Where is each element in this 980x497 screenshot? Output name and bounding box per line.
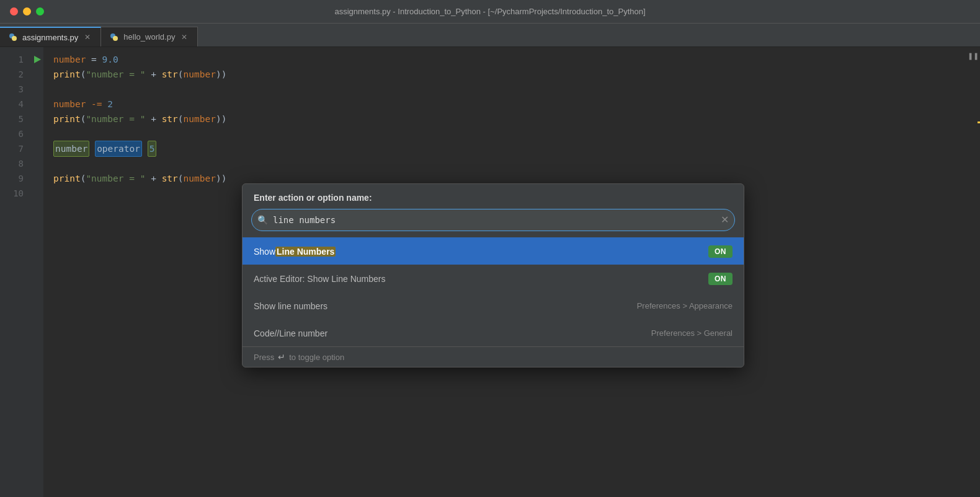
action-popup[interactable]: Enter action or option name: 🔍 ✕ Show Li…	[242, 183, 744, 367]
footer-press-text: Press	[254, 353, 274, 362]
tab-hello-world[interactable]: hello_world.py ✕	[101, 27, 198, 46]
tab-assignments[interactable]: assignments.py ✕	[0, 27, 101, 46]
code-line-7: number operator 5	[53, 141, 960, 156]
action-search-input[interactable]	[251, 209, 735, 231]
search-icon: 🔍	[257, 215, 268, 225]
close-button[interactable]	[10, 7, 18, 15]
run-gutter	[31, 47, 43, 497]
code-line-6	[53, 126, 960, 141]
tab-assignments-label: assignments.py	[22, 33, 78, 42]
python-file-icon	[9, 33, 17, 42]
run-icon[interactable]	[32, 55, 42, 64]
code-line-1: number = 9.0	[53, 52, 960, 67]
line-num-9: 9	[0, 171, 31, 186]
scroll-marker	[978, 121, 980, 123]
popup-footer: Press ↵ to toggle option	[243, 346, 744, 367]
code-line-3	[53, 82, 960, 97]
tab-hello-world-label: hello_world.py	[123, 32, 175, 42]
tab-hello-world-close[interactable]: ✕	[180, 32, 189, 43]
popup-header: Enter action or option name:	[243, 184, 744, 209]
line-num-5: 5	[0, 112, 31, 126]
code-line-5: print("number = " + str(number))	[53, 112, 960, 126]
code-line-2: print("number = " + str(number))	[53, 67, 960, 82]
line-num-4: 4	[0, 97, 31, 112]
footer-suffix-text: to toggle option	[289, 353, 344, 362]
line-num-6: 6	[0, 126, 31, 141]
enter-icon: ↵	[278, 352, 285, 362]
result-badge-1: ON	[708, 245, 733, 258]
result-label-3: Show line numbers	[254, 301, 637, 311]
line-num-10: 10	[0, 186, 31, 201]
svg-point-1	[12, 36, 17, 41]
result-highlight-1: Line Numbers	[275, 247, 336, 257]
python-file-icon-2	[110, 33, 118, 42]
titlebar: assignments.py - Introduction_to_Python …	[0, 0, 980, 24]
result-path-3: Preferences > Appearance	[637, 301, 733, 310]
result-label-4: Code//Line number	[254, 328, 651, 338]
result-label-1: Show Line Numbers	[254, 247, 708, 257]
line-num-8: 8	[0, 156, 31, 171]
svg-point-3	[113, 36, 118, 41]
line-num-1: 1	[0, 52, 31, 67]
result-prefix-1: Show	[254, 247, 275, 257]
result-show-line-numbers[interactable]: Show Line Numbers ON	[243, 237, 744, 265]
tab-bar: assignments.py ✕ hello_world.py ✕	[0, 24, 980, 47]
minimize-button[interactable]	[23, 7, 31, 15]
result-code-line-number[interactable]: Code//Line number Preferences > General	[243, 319, 744, 346]
line-num-7: 7	[0, 141, 31, 156]
svg-marker-4	[34, 56, 41, 63]
pause-icon: ❚❚	[968, 52, 979, 60]
line-numbers-gutter: 1 2 3 4 5 6 7 8 9 10	[0, 47, 31, 497]
code-line-4: number -= 2	[53, 97, 960, 112]
result-badge-2: ON	[708, 273, 733, 285]
window-title: assignments.py - Introduction_to_Python …	[334, 7, 645, 16]
code-line-8	[53, 156, 960, 171]
popup-search-container: 🔍 ✕	[251, 209, 735, 231]
editor-area: 1 2 3 4 5 6 7 8 9 10 number = 9.0 print(…	[0, 47, 980, 497]
clear-search-button[interactable]: ✕	[721, 215, 729, 225]
window-controls[interactable]	[10, 7, 44, 15]
scrollbar-gutter: ❚❚	[970, 47, 980, 497]
line-num-2: 2	[0, 67, 31, 82]
result-label-2: Active Editor: Show Line Numbers	[254, 274, 708, 284]
tab-assignments-close[interactable]: ✕	[83, 32, 92, 43]
line-num-3: 3	[0, 82, 31, 97]
result-show-line-numbers-pref[interactable]: Show line numbers Preferences > Appearan…	[243, 292, 744, 319]
maximize-button[interactable]	[36, 7, 44, 15]
result-active-editor-show-line-numbers[interactable]: Active Editor: Show Line Numbers ON	[243, 265, 744, 292]
result-path-4: Preferences > General	[651, 328, 733, 338]
